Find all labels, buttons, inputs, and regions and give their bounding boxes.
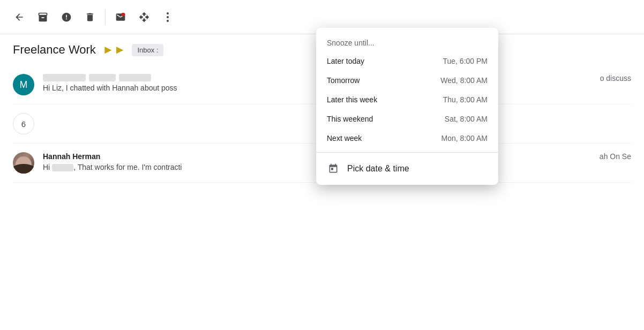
avatar-m: M <box>13 74 34 95</box>
avatar-number-6: 6 <box>13 113 34 134</box>
delete-button[interactable] <box>79 6 101 28</box>
inbox-badge: Inbox : <box>132 44 163 56</box>
email-right-clip-3: ah On Se <box>600 152 631 161</box>
snooze-pick-datetime[interactable]: Pick date & time <box>316 157 498 181</box>
snooze-item-later-week[interactable]: Later this week Thu, 8:00 AM <box>316 90 498 109</box>
snooze-label-1: Tomorrow <box>327 76 360 85</box>
snooze-item-next-week[interactable]: Next week Mon, 8:00 AM <box>316 129 498 148</box>
more-options-button[interactable] <box>157 6 178 28</box>
email-view: Freelance Work ►► Inbox : M Hi Liz, I ch… <box>0 0 644 330</box>
move-button[interactable] <box>133 6 155 28</box>
mark-unread-button[interactable] <box>110 6 131 28</box>
forward-arrow-icon: ►► <box>102 43 126 57</box>
snooze-item-weekend[interactable]: This weekend Sat, 8:00 AM <box>316 109 498 129</box>
snooze-divider <box>316 152 498 153</box>
snooze-dropdown: Snooze until... Later today Tue, 6:00 PM… <box>316 28 498 185</box>
snooze-label-3: This weekend <box>327 115 373 123</box>
email-subject: Freelance Work <box>13 43 96 57</box>
snooze-time-2: Thu, 8:00 AM <box>443 95 488 104</box>
snooze-title: Snooze until... <box>316 32 498 51</box>
svg-point-0 <box>122 12 125 16</box>
snooze-time-4: Mon, 8:00 AM <box>441 134 488 142</box>
snooze-label-0: Later today <box>327 57 364 65</box>
recipient-blurred <box>52 164 73 171</box>
report-button[interactable] <box>56 6 77 28</box>
avatar-hannah <box>13 152 34 174</box>
snooze-time-0: Tue, 6:00 PM <box>443 57 488 65</box>
sender-blurred-1 <box>43 74 86 81</box>
email-right-clip-1: o discuss <box>600 74 631 82</box>
snooze-time-3: Sat, 8:00 AM <box>445 115 488 123</box>
sender-blurred-3 <box>119 74 151 81</box>
snooze-time-1: Wed, 8:00 AM <box>440 76 488 85</box>
snooze-item-later-today[interactable]: Later today Tue, 6:00 PM <box>316 51 498 71</box>
toolbar-divider <box>105 10 106 25</box>
sender-blurred-2 <box>89 74 116 81</box>
snooze-label-4: Next week <box>327 134 362 142</box>
three-dots-icon <box>167 12 169 22</box>
calendar-icon <box>327 162 340 175</box>
back-button[interactable] <box>9 6 30 28</box>
archive-button[interactable] <box>32 6 54 28</box>
pick-datetime-label: Pick date & time <box>347 164 409 174</box>
snooze-label-2: Later this week <box>327 95 377 104</box>
snooze-item-tomorrow[interactable]: Tomorrow Wed, 8:00 AM <box>316 71 498 90</box>
